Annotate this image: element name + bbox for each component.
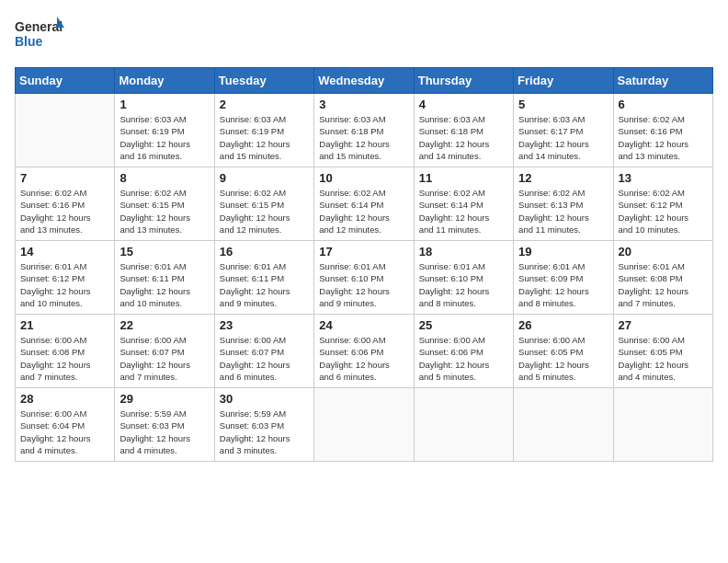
calendar-cell xyxy=(16,94,115,167)
day-number: 16 xyxy=(220,245,309,259)
calendar-cell: 4Sunrise: 6:03 AM Sunset: 6:18 PM Daylig… xyxy=(414,94,513,167)
day-number: 1 xyxy=(119,98,209,111)
calendar-cell: 22Sunrise: 6:00 AM Sunset: 6:07 PM Dayli… xyxy=(115,315,214,388)
calendar-cell: 23Sunrise: 6:00 AM Sunset: 6:07 PM Dayli… xyxy=(214,315,313,388)
day-info: Sunrise: 6:02 AM Sunset: 6:16 PM Dayligh… xyxy=(20,187,109,236)
day-info: Sunrise: 6:00 AM Sunset: 6:07 PM Dayligh… xyxy=(119,334,209,383)
calendar-cell: 17Sunrise: 6:01 AM Sunset: 6:10 PM Dayli… xyxy=(314,241,414,315)
day-number: 13 xyxy=(619,171,708,185)
day-number: 24 xyxy=(319,318,408,332)
day-number: 23 xyxy=(220,318,309,332)
day-info: Sunrise: 6:01 AM Sunset: 6:12 PM Dayligh… xyxy=(20,260,109,309)
day-info: Sunrise: 6:02 AM Sunset: 6:14 PM Dayligh… xyxy=(319,187,408,236)
day-info: Sunrise: 6:02 AM Sunset: 6:16 PM Dayligh… xyxy=(619,113,708,162)
day-number: 6 xyxy=(619,98,708,111)
day-number: 10 xyxy=(319,171,408,185)
calendar-cell: 14Sunrise: 6:01 AM Sunset: 6:12 PM Dayli… xyxy=(16,241,115,315)
calendar-cell: 9Sunrise: 6:02 AM Sunset: 6:15 PM Daylig… xyxy=(214,167,313,241)
day-info: Sunrise: 6:03 AM Sunset: 6:18 PM Dayligh… xyxy=(419,113,508,162)
weekday-header: Tuesday xyxy=(214,68,313,94)
calendar-cell: 7Sunrise: 6:02 AM Sunset: 6:16 PM Daylig… xyxy=(16,167,115,241)
calendar-cell: 28Sunrise: 6:00 AM Sunset: 6:04 PM Dayli… xyxy=(16,388,115,462)
weekday-header: Sunday xyxy=(16,68,115,94)
calendar-cell: 11Sunrise: 6:02 AM Sunset: 6:14 PM Dayli… xyxy=(414,167,513,241)
day-number: 28 xyxy=(20,392,109,406)
calendar-cell: 6Sunrise: 6:02 AM Sunset: 6:16 PM Daylig… xyxy=(613,94,712,167)
calendar-cell: 15Sunrise: 6:01 AM Sunset: 6:11 PM Dayli… xyxy=(115,241,214,315)
logo: General Blue xyxy=(15,15,65,56)
day-info: Sunrise: 6:02 AM Sunset: 6:14 PM Dayligh… xyxy=(419,187,508,236)
calendar-cell xyxy=(514,388,613,462)
day-info: Sunrise: 6:01 AM Sunset: 6:10 PM Dayligh… xyxy=(319,260,408,309)
weekday-header: Friday xyxy=(514,68,613,94)
calendar-table: SundayMondayTuesdayWednesdayThursdayFrid… xyxy=(15,67,713,462)
day-number: 14 xyxy=(20,245,109,259)
calendar-cell: 21Sunrise: 6:00 AM Sunset: 6:08 PM Dayli… xyxy=(16,315,115,388)
calendar-cell: 10Sunrise: 6:02 AM Sunset: 6:14 PM Dayli… xyxy=(314,167,414,241)
day-info: Sunrise: 6:00 AM Sunset: 6:05 PM Dayligh… xyxy=(518,334,608,383)
day-number: 30 xyxy=(220,392,309,406)
day-info: Sunrise: 6:00 AM Sunset: 6:06 PM Dayligh… xyxy=(319,334,408,383)
day-info: Sunrise: 6:00 AM Sunset: 6:08 PM Dayligh… xyxy=(20,334,109,383)
weekday-header: Saturday xyxy=(613,68,712,94)
calendar-cell: 16Sunrise: 6:01 AM Sunset: 6:11 PM Dayli… xyxy=(214,241,313,315)
day-info: Sunrise: 6:02 AM Sunset: 6:12 PM Dayligh… xyxy=(619,187,708,236)
logo-svg: General Blue xyxy=(15,15,65,56)
svg-marker-2 xyxy=(57,17,64,28)
calendar-cell: 19Sunrise: 6:01 AM Sunset: 6:09 PM Dayli… xyxy=(514,241,613,315)
day-info: Sunrise: 6:00 AM Sunset: 6:05 PM Dayligh… xyxy=(619,334,708,383)
day-number: 17 xyxy=(319,245,408,259)
calendar-cell: 2Sunrise: 6:03 AM Sunset: 6:19 PM Daylig… xyxy=(214,94,313,167)
calendar-cell: 20Sunrise: 6:01 AM Sunset: 6:08 PM Dayli… xyxy=(613,241,712,315)
calendar-cell xyxy=(613,388,712,462)
day-number: 15 xyxy=(119,245,209,259)
day-number: 20 xyxy=(619,245,708,259)
day-number: 7 xyxy=(20,171,109,185)
day-info: Sunrise: 6:00 AM Sunset: 6:06 PM Dayligh… xyxy=(419,334,508,383)
day-number: 2 xyxy=(220,98,309,111)
day-info: Sunrise: 6:01 AM Sunset: 6:11 PM Dayligh… xyxy=(220,260,309,309)
svg-text:Blue: Blue xyxy=(15,34,43,49)
day-info: Sunrise: 5:59 AM Sunset: 6:03 PM Dayligh… xyxy=(119,408,209,456)
day-info: Sunrise: 5:59 AM Sunset: 6:03 PM Dayligh… xyxy=(220,408,309,456)
day-info: Sunrise: 6:02 AM Sunset: 6:15 PM Dayligh… xyxy=(220,187,309,236)
page-header: General Blue xyxy=(15,15,713,56)
day-info: Sunrise: 6:01 AM Sunset: 6:11 PM Dayligh… xyxy=(119,260,209,309)
day-number: 18 xyxy=(419,245,508,259)
day-number: 9 xyxy=(220,171,309,185)
calendar-cell: 30Sunrise: 5:59 AM Sunset: 6:03 PM Dayli… xyxy=(214,388,313,462)
day-info: Sunrise: 6:03 AM Sunset: 6:19 PM Dayligh… xyxy=(119,113,209,162)
calendar-cell xyxy=(414,388,513,462)
day-info: Sunrise: 6:00 AM Sunset: 6:04 PM Dayligh… xyxy=(20,408,109,456)
calendar-cell: 27Sunrise: 6:00 AM Sunset: 6:05 PM Dayli… xyxy=(613,315,712,388)
day-number: 5 xyxy=(518,98,608,111)
day-info: Sunrise: 6:02 AM Sunset: 6:13 PM Dayligh… xyxy=(518,187,608,236)
day-info: Sunrise: 6:03 AM Sunset: 6:17 PM Dayligh… xyxy=(518,113,608,162)
day-number: 3 xyxy=(319,98,408,111)
day-number: 27 xyxy=(619,318,708,332)
day-info: Sunrise: 6:01 AM Sunset: 6:08 PM Dayligh… xyxy=(619,260,708,309)
calendar-cell xyxy=(314,388,414,462)
day-info: Sunrise: 6:02 AM Sunset: 6:15 PM Dayligh… xyxy=(119,187,209,236)
weekday-header: Wednesday xyxy=(314,68,414,94)
calendar-cell: 26Sunrise: 6:00 AM Sunset: 6:05 PM Dayli… xyxy=(514,315,613,388)
day-number: 12 xyxy=(518,171,608,185)
day-number: 25 xyxy=(419,318,508,332)
svg-text:General: General xyxy=(15,19,63,34)
day-number: 26 xyxy=(518,318,608,332)
weekday-header: Monday xyxy=(115,68,214,94)
calendar-cell: 25Sunrise: 6:00 AM Sunset: 6:06 PM Dayli… xyxy=(414,315,513,388)
day-number: 11 xyxy=(419,171,508,185)
calendar-cell: 5Sunrise: 6:03 AM Sunset: 6:17 PM Daylig… xyxy=(514,94,613,167)
calendar-cell: 18Sunrise: 6:01 AM Sunset: 6:10 PM Dayli… xyxy=(414,241,513,315)
calendar-cell: 24Sunrise: 6:00 AM Sunset: 6:06 PM Dayli… xyxy=(314,315,414,388)
calendar-cell: 12Sunrise: 6:02 AM Sunset: 6:13 PM Dayli… xyxy=(514,167,613,241)
calendar-cell: 8Sunrise: 6:02 AM Sunset: 6:15 PM Daylig… xyxy=(115,167,214,241)
calendar-cell: 1Sunrise: 6:03 AM Sunset: 6:19 PM Daylig… xyxy=(115,94,214,167)
day-info: Sunrise: 6:03 AM Sunset: 6:19 PM Dayligh… xyxy=(220,113,309,162)
day-number: 21 xyxy=(20,318,109,332)
day-number: 29 xyxy=(119,392,209,406)
day-number: 19 xyxy=(518,245,608,259)
day-number: 8 xyxy=(119,171,209,185)
calendar-cell: 29Sunrise: 5:59 AM Sunset: 6:03 PM Dayli… xyxy=(115,388,214,462)
